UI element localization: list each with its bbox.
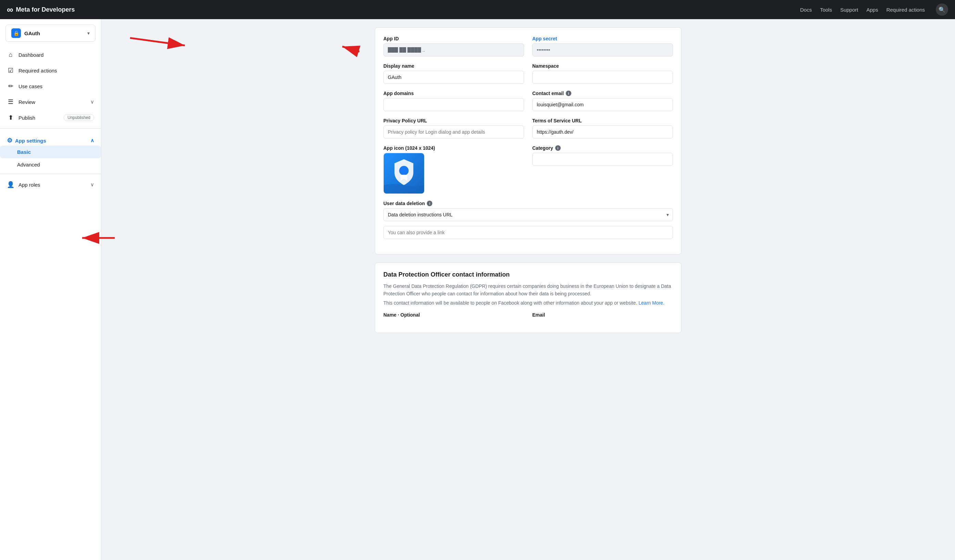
deletion-link-input[interactable] bbox=[384, 226, 673, 239]
privacy-policy-label: Privacy Policy URL bbox=[384, 118, 524, 123]
deletion-select-wrapper: Data deletion instructions URL ▾ bbox=[384, 208, 673, 221]
info-icon-2[interactable]: i bbox=[555, 145, 560, 151]
sidebar-item-label: Review bbox=[19, 99, 35, 105]
divider bbox=[0, 128, 101, 129]
terms-of-service-input[interactable] bbox=[532, 125, 673, 139]
privacy-terms-row: Privacy Policy URL Terms of Service URL bbox=[384, 118, 673, 139]
app-icon-svg bbox=[384, 153, 424, 193]
topnav-docs[interactable]: Docs bbox=[800, 7, 812, 12]
chevron-down-icon: ∨ bbox=[90, 181, 94, 188]
sidebar-nav: ⌂ Dashboard ☑ Required actions ✏ Use cas… bbox=[0, 47, 101, 125]
app-secret-input[interactable] bbox=[532, 44, 673, 56]
topnav-apps[interactable]: Apps bbox=[866, 7, 878, 12]
sidebar-item-review[interactable]: ☰ Review ∨ bbox=[0, 94, 101, 110]
sidebar-item-label: Required actions bbox=[19, 68, 57, 73]
app-selector-name: GAuth bbox=[24, 30, 84, 36]
sidebar: 🔒 GAuth ▾ ⌂ Dashboard ☑ Required actions… bbox=[0, 19, 101, 560]
app-domains-input[interactable] bbox=[384, 98, 524, 111]
sidebar-item-required-actions[interactable]: ☑ Required actions bbox=[0, 62, 101, 78]
list-icon: ☰ bbox=[7, 98, 14, 106]
display-name-input[interactable] bbox=[384, 71, 524, 84]
user-data-deletion-group: User data deletion i Data deletion instr… bbox=[384, 201, 673, 239]
topnav-support[interactable]: Support bbox=[840, 7, 858, 12]
topnav: ∞ Meta for Developers Docs Tools Support… bbox=[0, 0, 955, 19]
terms-of-service-label: Terms of Service URL bbox=[532, 118, 673, 123]
chevron-down-icon: ▾ bbox=[87, 30, 90, 36]
sidebar-item-app-roles[interactable]: 👤 App roles ∨ bbox=[0, 177, 101, 192]
divider-2 bbox=[0, 174, 101, 174]
app-icon-label: App icon (1024 x 1024) bbox=[384, 145, 524, 151]
dpo-email-label: Email bbox=[532, 312, 673, 318]
data-protection-desc1: The General Data Protection Regulation (… bbox=[384, 282, 673, 298]
app-id-secret-row: App ID App secret bbox=[384, 36, 673, 56]
topnav-tools[interactable]: Tools bbox=[820, 7, 832, 12]
sidebar-item-label: App roles bbox=[19, 182, 40, 188]
sidebar-item-label: Publish bbox=[19, 115, 35, 121]
category-group: Category i bbox=[532, 145, 673, 194]
namespace-group: Namespace bbox=[532, 63, 673, 84]
checklist-icon: ☑ bbox=[7, 67, 14, 74]
topnav-links: Docs Tools Support Apps Required actions bbox=[800, 7, 925, 12]
app-settings-label: App settings bbox=[15, 138, 46, 144]
contact-email-label: Contact email i bbox=[532, 90, 673, 96]
app-settings-header[interactable]: ⚙ App settings ∧ bbox=[7, 137, 94, 144]
main-content: App ID App secret Display name bbox=[101, 19, 955, 560]
chevron-up-icon: ∧ bbox=[90, 137, 94, 144]
app-selector-icon: 🔒 bbox=[11, 28, 21, 38]
sidebar-item-dashboard[interactable]: ⌂ Dashboard bbox=[0, 47, 101, 62]
deletion-select[interactable]: Data deletion instructions URL bbox=[384, 208, 673, 221]
user-data-deletion-label: User data deletion i bbox=[384, 201, 673, 206]
svg-point-1 bbox=[399, 166, 409, 175]
topnav-required-actions[interactable]: Required actions bbox=[886, 7, 925, 12]
app-id-group: App ID bbox=[384, 36, 524, 56]
app-selector[interactable]: 🔒 GAuth ▾ bbox=[5, 25, 96, 42]
data-protection-title: Data Protection Officer contact informat… bbox=[384, 271, 673, 278]
gear-icon: ⚙ bbox=[7, 137, 13, 144]
display-name-namespace-row: Display name Namespace bbox=[384, 63, 673, 84]
category-input[interactable] bbox=[532, 153, 673, 166]
namespace-input[interactable] bbox=[532, 71, 673, 84]
app-domains-label: App domains bbox=[384, 90, 524, 96]
pencil-icon: ✏ bbox=[7, 83, 14, 90]
category-label: Category i bbox=[532, 145, 673, 151]
brand-name: Meta for Developers bbox=[16, 6, 75, 13]
app-domains-group: App domains bbox=[384, 90, 524, 111]
sidebar-sub-item-basic[interactable]: Basic bbox=[0, 146, 101, 158]
sidebar-sub-item-advanced[interactable]: Advanced bbox=[0, 158, 101, 171]
privacy-policy-group: Privacy Policy URL bbox=[384, 118, 524, 139]
info-icon[interactable]: i bbox=[566, 90, 571, 96]
app-icon-container[interactable] bbox=[384, 153, 424, 194]
roles-icon: 👤 bbox=[7, 181, 14, 189]
app-id-input[interactable] bbox=[384, 44, 524, 56]
publish-badge: Unpublished bbox=[64, 114, 94, 121]
brand-logo: ∞ Meta for Developers bbox=[7, 5, 75, 15]
app-secret-group: App secret bbox=[532, 36, 673, 56]
info-icon-3[interactable]: i bbox=[427, 201, 432, 206]
meta-logo-symbol: ∞ bbox=[7, 5, 13, 15]
contact-email-input[interactable] bbox=[532, 98, 673, 111]
namespace-label: Namespace bbox=[532, 63, 673, 69]
dpo-email-group: Email bbox=[532, 312, 673, 318]
terms-of-service-group: Terms of Service URL bbox=[532, 118, 673, 139]
search-button[interactable]: 🔍 bbox=[936, 3, 948, 16]
data-protection-section: Data Protection Officer contact informat… bbox=[375, 262, 681, 333]
learn-more-link[interactable]: Learn More. bbox=[639, 300, 664, 306]
sidebar-item-publish[interactable]: ⬆ Publish Unpublished bbox=[0, 110, 101, 125]
app-settings-section: ⚙ App settings ∧ bbox=[0, 131, 101, 146]
chevron-down-icon: ∨ bbox=[90, 99, 94, 105]
sidebar-item-use-cases[interactable]: ✏ Use cases bbox=[0, 78, 101, 94]
dpo-name-group: Name · Optional bbox=[384, 312, 524, 318]
display-name-group: Display name bbox=[384, 63, 524, 84]
sidebar-item-label: Dashboard bbox=[19, 52, 44, 58]
search-icon: 🔍 bbox=[939, 6, 946, 13]
icon-category-row: App icon (1024 x 1024) bbox=[384, 145, 673, 194]
user-data-deletion-row: User data deletion i Data deletion instr… bbox=[384, 201, 673, 239]
home-icon: ⌂ bbox=[7, 51, 14, 58]
dpo-name-email-row: Name · Optional Email bbox=[384, 312, 673, 318]
contact-email-group: Contact email i bbox=[532, 90, 673, 111]
basic-settings-form: App ID App secret Display name bbox=[375, 27, 681, 254]
upload-icon: ⬆ bbox=[7, 114, 14, 122]
app-icon-group: App icon (1024 x 1024) bbox=[384, 145, 524, 194]
sidebar-item-label: Use cases bbox=[19, 83, 42, 89]
privacy-policy-input[interactable] bbox=[384, 125, 524, 139]
